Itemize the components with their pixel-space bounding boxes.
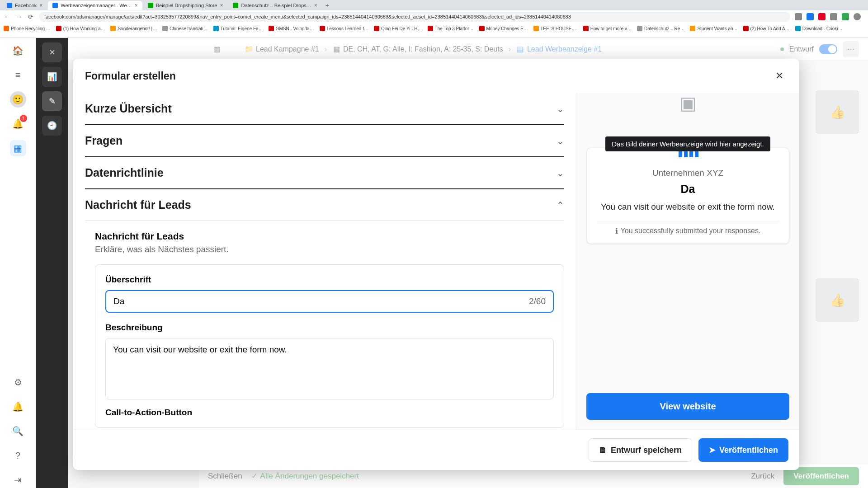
completion-subtitle: Nachricht für Leads: [95, 231, 564, 242]
chevron-down-icon: ⌄: [557, 136, 564, 146]
bookmark-item[interactable]: LEE 'S HOUSE-…: [533, 26, 578, 31]
notification-icon[interactable]: 🔔: [10, 116, 26, 132]
bookmark-item[interactable]: Chinese translati…: [162, 26, 208, 31]
help-icon[interactable]: ?: [10, 447, 26, 464]
search-icon[interactable]: 🔍: [10, 423, 26, 439]
preview-cta-button[interactable]: View website: [586, 393, 789, 420]
section-title: Kurze Übersicht: [85, 102, 172, 115]
url-field[interactable]: facebook.com/adsmanager/manage/ads/edit?…: [39, 12, 790, 22]
form-pane[interactable]: Kurze Übersicht ⌄ Fragen ⌄ Datenrichtlin…: [73, 93, 576, 430]
browser-tab[interactable]: Datenschutz – Beispiel Drops…×: [228, 1, 321, 10]
close-icon[interactable]: ×: [135, 2, 138, 9]
chart-icon[interactable]: 📊: [42, 67, 62, 87]
headline-label: Überschrift: [105, 275, 554, 285]
headline-char-count: 2/60: [529, 296, 546, 306]
description-textarea-wrap: [105, 338, 554, 399]
section-title: Fragen: [85, 134, 123, 147]
menu-icon[interactable]: ≡: [10, 67, 26, 83]
modal-close-button[interactable]: ✕: [771, 68, 788, 84]
bookmark-item[interactable]: Lessons Learned f…: [320, 26, 368, 31]
ads-manager-icon[interactable]: ▦: [10, 140, 26, 156]
bookmark-item[interactable]: Datenschutz – Re…: [637, 26, 685, 31]
extension-icon[interactable]: [842, 13, 849, 20]
bookmark-bar: Phone Recycling … (1) How Working a… Son…: [0, 23, 868, 34]
avatar-icon[interactable]: 🙂: [10, 91, 26, 108]
browser-chrome: Facebook× Werbeanzeigenmanager - We…× Be…: [0, 0, 868, 38]
modal-footer: 🗎 Entwurf speichern ➤ Veröffentlichen: [73, 430, 799, 470]
preview-headline: Da: [597, 183, 779, 196]
completion-section-body: Nachricht für Leads Erkläre, was als Näc…: [85, 231, 564, 428]
bookmark-item[interactable]: (2) How To Add A…: [743, 26, 790, 31]
bookmark-item[interactable]: Sonderangebot! |…: [110, 26, 157, 31]
divider: [597, 221, 779, 221]
history-icon[interactable]: 🕘: [42, 116, 62, 136]
collapse-icon[interactable]: ⇥: [10, 472, 26, 488]
extension-icon[interactable]: [795, 13, 802, 20]
address-bar: ← → ⟳ facebook.com/adsmanager/manage/ads…: [0, 10, 868, 23]
document-icon: 🗎: [599, 446, 607, 455]
close-icon[interactable]: ×: [314, 2, 317, 9]
publish-button[interactable]: ➤ Veröffentlichen: [698, 438, 788, 462]
send-icon: ➤: [709, 445, 716, 455]
bookmark-item[interactable]: Phone Recycling …: [4, 26, 51, 31]
editor-left-rail: ✕ 📊 ✎ 🕘: [36, 38, 68, 488]
bookmark-item[interactable]: Money Changes E…: [479, 26, 528, 31]
close-icon[interactable]: ×: [220, 2, 223, 9]
section-overview[interactable]: Kurze Übersicht ⌄: [85, 93, 564, 125]
bookmark-item[interactable]: Student Wants an…: [690, 26, 737, 31]
nav-back-icon[interactable]: ←: [4, 13, 11, 20]
cta-label: Call-to-Action-Button: [105, 408, 554, 418]
browser-tab[interactable]: Facebook×: [2, 1, 47, 10]
bookmark-item[interactable]: (1) How Working a…: [56, 26, 105, 31]
bookmark-item[interactable]: GMSN - Vologda…: [269, 26, 314, 31]
completion-fields-card: Überschrift 2/60 Beschreibung Call-to-Ac…: [95, 264, 564, 428]
bookmark-item[interactable]: Tutorial: Eigene Fa…: [213, 26, 263, 31]
preview-pane: ▣ Das Bild deiner Werbeanzeige wird hier…: [576, 93, 799, 430]
completion-description: Erkläre, was als Nächstes passiert.: [95, 244, 564, 254]
settings-icon[interactable]: ⚙: [10, 374, 26, 390]
section-completion[interactable]: Nachricht für Leads ⌃: [85, 189, 564, 221]
section-questions[interactable]: Fragen ⌄: [85, 125, 564, 157]
headline-input[interactable]: [113, 296, 529, 306]
modal-title: Formular erstellen: [85, 70, 176, 82]
preview-company: Unternehmen XYZ: [597, 168, 779, 178]
reload-icon[interactable]: ⟳: [27, 13, 34, 20]
headline-input-wrap: 2/60: [105, 290, 554, 313]
facebook-left-rail: 🏠 ≡ 🙂 🔔 ▦ ⚙ 🔔 🔍 ? ⇥: [0, 38, 36, 488]
bookmark-item[interactable]: Qing Fei De Yi - H…: [374, 26, 422, 31]
save-draft-button[interactable]: 🗎 Entwurf speichern: [589, 438, 692, 462]
description-label: Beschreibung: [105, 323, 554, 333]
extension-icon[interactable]: [818, 13, 826, 20]
close-editor-icon[interactable]: ✕: [42, 42, 62, 62]
create-form-modal: Formular erstellen ✕ Kurze Übersicht ⌄ F…: [73, 59, 799, 470]
bookmark-item[interactable]: Download - Cooki…: [795, 26, 843, 31]
section-privacy[interactable]: Datenrichtlinie ⌄: [85, 157, 564, 189]
browser-tab[interactable]: Werbeanzeigenmanager - We…×: [48, 1, 142, 10]
nav-forward-icon[interactable]: →: [15, 13, 23, 20]
extension-icons: [795, 13, 864, 20]
info-icon: ℹ: [615, 227, 618, 235]
profile-avatar-icon[interactable]: [854, 13, 861, 20]
tab-bar: Facebook× Werbeanzeigenmanager - We…× Be…: [0, 0, 868, 10]
modal-header: Formular erstellen ✕: [73, 59, 799, 93]
preview-description: You can visit our website or exit the fo…: [597, 201, 779, 213]
close-icon[interactable]: ×: [39, 2, 42, 9]
extension-icon[interactable]: [830, 13, 837, 20]
image-placeholder-icon: ▣: [675, 93, 702, 114]
bookmark-item[interactable]: How to get more v…: [583, 26, 632, 31]
preview-tooltip: Das Bild deiner Werbeanzeige wird hier a…: [605, 136, 770, 151]
bookmark-item[interactable]: The Top 3 Platfor…: [428, 26, 474, 31]
description-textarea[interactable]: [106, 338, 553, 397]
chevron-down-icon: ⌄: [557, 168, 564, 178]
section-title: Nachricht für Leads: [85, 198, 191, 211]
extension-icon[interactable]: [807, 13, 814, 20]
edit-icon[interactable]: ✎: [42, 91, 62, 111]
home-icon[interactable]: 🏠: [10, 42, 26, 59]
chevron-up-icon: ⌃: [557, 200, 564, 211]
section-title: Datenrichtlinie: [85, 166, 164, 179]
browser-tab[interactable]: Beispiel Dropshipping Store×: [143, 1, 228, 10]
chevron-down-icon: ⌄: [557, 103, 564, 114]
new-tab-button[interactable]: +: [323, 2, 332, 9]
preview-submitted-text: ℹ You successfully submitted your respon…: [597, 227, 779, 235]
alerts-icon[interactable]: 🔔: [10, 399, 26, 415]
